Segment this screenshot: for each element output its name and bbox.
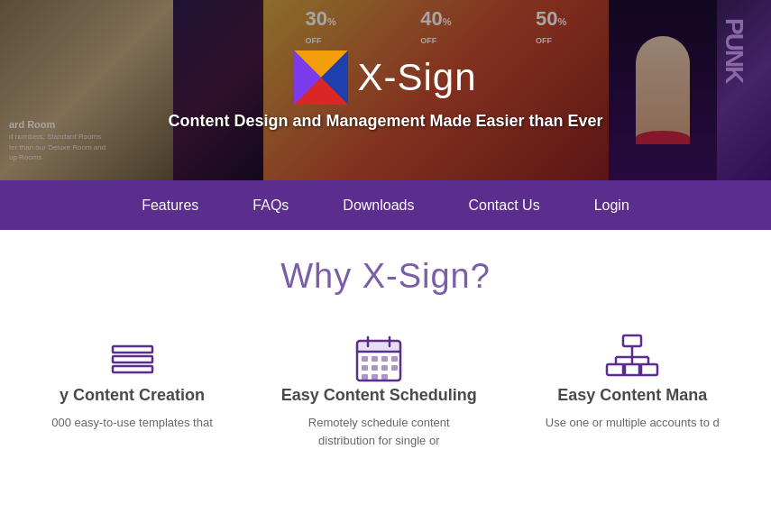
features-row: y Content Creation 000 easy-to-use templ… [0, 332, 771, 449]
why-section: Why X-Sign? y Content Creation 000 easy-… [0, 230, 771, 532]
svg-rect-22 [372, 365, 378, 371]
svg-rect-13 [357, 341, 400, 352]
svg-rect-25 [362, 374, 368, 380]
svg-rect-19 [381, 356, 388, 362]
svg-rect-11 [113, 346, 152, 353]
svg-rect-28 [623, 335, 641, 346]
svg-rect-21 [362, 365, 368, 371]
svg-rect-17 [362, 356, 368, 362]
xsign-logo-icon [294, 50, 348, 105]
feature-content-management: Easy Content Mana Use one or multiple ac… [546, 332, 720, 432]
feature-content-scheduling: Easy Content Scheduling Remotely schedul… [280, 332, 478, 449]
nav-features[interactable]: Features [142, 193, 198, 218]
svg-rect-10 [113, 356, 152, 362]
why-title: Why X-Sign? [280, 257, 491, 296]
hierarchy-icon [605, 332, 659, 386]
nav-contact[interactable]: Contact Us [469, 193, 540, 218]
nav-downloads[interactable]: Downloads [343, 193, 414, 218]
feature-3-desc: Use one or multiple accounts to d [546, 414, 720, 432]
nav-faqs[interactable]: FAQs [252, 193, 289, 218]
feature-content-creation: y Content Creation 000 easy-to-use templ… [51, 332, 213, 432]
hero-tagline: Content Design and Management Made Easie… [168, 112, 602, 131]
hero-overlay: X-Sign Content Design and Management Mad… [0, 0, 771, 180]
nav-login[interactable]: Login [594, 193, 629, 218]
feature-2-desc: Remotely schedule content distribution f… [280, 414, 478, 449]
navbar: Features FAQs Downloads Contact Us Login [0, 180, 771, 230]
svg-rect-26 [372, 374, 378, 380]
svg-rect-18 [372, 356, 378, 362]
svg-rect-24 [391, 365, 398, 371]
feature-1-desc: 000 easy-to-use templates that [51, 414, 213, 432]
logo-area: X-Sign [294, 50, 476, 105]
logo-text: X-Sign [357, 56, 476, 99]
svg-rect-23 [381, 365, 388, 371]
layers-icon [106, 332, 160, 386]
svg-rect-9 [113, 366, 152, 372]
calendar-icon [352, 332, 406, 386]
hero-section: ard Room d numbers, Standard Roomster th… [0, 0, 771, 180]
svg-rect-27 [381, 374, 388, 380]
feature-1-title: y Content Creation [60, 386, 205, 405]
feature-3-title: Easy Content Mana [557, 386, 707, 405]
svg-rect-20 [391, 356, 398, 362]
feature-2-title: Easy Content Scheduling [281, 386, 477, 405]
